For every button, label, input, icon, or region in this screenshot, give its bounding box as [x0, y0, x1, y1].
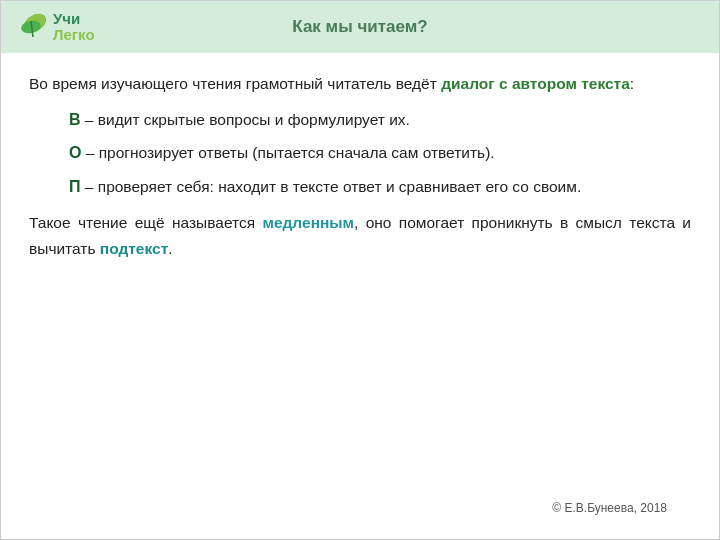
logo-uchi: Учи — [53, 10, 80, 27]
intro-bold-text: диалог с автором текста — [441, 75, 630, 92]
bullet-text-v: – видит скрытые вопросы и формулирует их… — [81, 111, 410, 128]
footer: © Е.В.Бунеева, 2018 — [29, 495, 691, 525]
content-body: Во время изучающего чтения грамотный чит… — [29, 71, 691, 261]
logo-area: Учи Легко — [17, 11, 95, 44]
bullet-item-p: П – проверяет себя: находит в тексте отв… — [69, 174, 691, 200]
logo-leaf-icon — [17, 13, 49, 41]
bullet-letter-v: В — [69, 111, 81, 128]
page-wrapper: Учи Легко Как мы читаем? Во время изучаю… — [0, 0, 720, 540]
header: Учи Легко Как мы читаем? — [1, 1, 719, 53]
bullet-text-o: – прогнозирует ответы (пытается сначала … — [81, 144, 494, 161]
main-content: Во время изучающего чтения грамотный чит… — [1, 53, 719, 539]
page-title: Как мы читаем? — [292, 17, 427, 37]
logo-text: Учи Легко — [53, 11, 95, 44]
conclusion-part1: Такое чтение ещё называется — [29, 214, 262, 231]
bullet-letter-o: О — [69, 144, 81, 161]
bullet-item-v: В – видит скрытые вопросы и формулирует … — [69, 107, 691, 133]
copyright-text: © Е.В.Бунеева, 2018 — [552, 501, 667, 515]
intro-text-before: Во время изучающего чтения грамотный чит… — [29, 75, 441, 92]
conclusion-part3: . — [168, 240, 172, 257]
bullet-letter-p: П — [69, 178, 81, 195]
logo-legko: Легко — [53, 26, 95, 43]
intro-paragraph: Во время изучающего чтения грамотный чит… — [29, 71, 691, 97]
conclusion-highlight1: медленным — [262, 214, 354, 231]
bullet-item-o: О – прогнозирует ответы (пытается сначал… — [69, 140, 691, 166]
bullet-text-p: – проверяет себя: находит в тексте ответ… — [81, 178, 582, 195]
intro-text-after: : — [630, 75, 634, 92]
bullet-list: В – видит скрытые вопросы и формулирует … — [29, 107, 691, 200]
conclusion-paragraph: Такое чтение ещё называется медленным, о… — [29, 210, 691, 261]
conclusion-highlight2: подтекст — [100, 240, 168, 257]
